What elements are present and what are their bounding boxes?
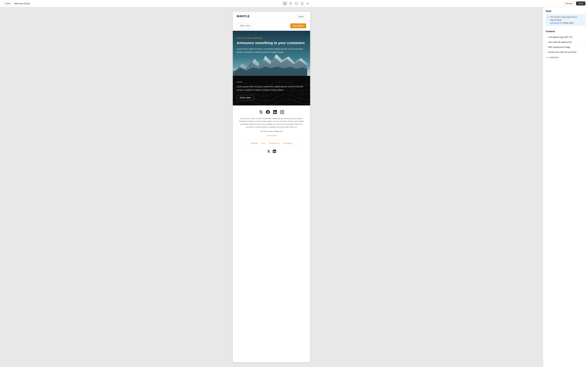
drag-handle-1[interactable]: ⠿	[583, 41, 585, 43]
content-panel-title: Content	[546, 30, 585, 33]
chevron-right-icon-0: ›	[546, 36, 547, 38]
content-item-label-2: With background image	[548, 46, 570, 48]
info-text: This email is using styles from a shared…	[550, 16, 583, 24]
style-section: Style ℹ This email is using styles from …	[543, 7, 588, 27]
tablet-portrait-icon	[289, 2, 292, 5]
facebook-icon[interactable]	[266, 110, 270, 114]
content-section: Content › Left-aligned logo with CTA ⠿ ›…	[543, 27, 588, 63]
topbar: ‹ Back Welcome Email Discard Save	[0, 0, 588, 7]
dark-button[interactable]: Button label	[237, 95, 254, 100]
topbar-right: Discard Save	[563, 1, 585, 6]
dark-content: TEXT Lorem ipsum dolor sit amet, consect…	[237, 81, 306, 100]
svg-point-4	[302, 4, 302, 5]
hero-section: THIS IS A PRE-HEADING Announce something…	[233, 31, 310, 76]
hero-content: THIS IS A PRE-HEADING Announce something…	[233, 31, 310, 58]
content-item-social-icons[interactable]: › Social icons with text and links ⠿	[546, 50, 585, 55]
email-login-button[interactable]: Log in	[296, 14, 306, 18]
unsubscribe-link[interactable]: Unsubscribe	[266, 134, 277, 137]
add-logo-button[interactable]: ADD LOGO	[237, 23, 254, 28]
hero-body-text: Lorem ipsum dolor sit amet, consectetur …	[237, 47, 306, 54]
add-block-row[interactable]: ⊕ Add block	[546, 55, 585, 60]
tablet-landscape-view-button[interactable]	[294, 1, 299, 6]
social-section: Lorem ipsum dolor sit amet, consectetur …	[233, 105, 310, 139]
bottom-twitter-icon[interactable]	[267, 150, 270, 153]
footer-link-changelog[interactable]: Changelog	[283, 142, 292, 144]
view-controls	[282, 1, 310, 6]
save-button[interactable]: Save	[576, 1, 585, 6]
tablet-landscape-icon	[295, 2, 298, 5]
tablet-portrait-view-button[interactable]	[288, 1, 293, 6]
footer-links: Website Docs Components Changelog	[233, 139, 310, 147]
social-icons-row	[237, 110, 306, 114]
email-brand: MANTLE	[237, 15, 250, 18]
drag-handle-0[interactable]: ⠿	[583, 36, 585, 38]
drag-handle-3[interactable]: ⠿	[583, 51, 585, 53]
content-item-label-0: Left-aligned logo with CTA	[548, 36, 573, 38]
svg-rect-0	[284, 3, 286, 4]
footer-link-website[interactable]: Website	[251, 142, 258, 144]
hero-heading: Announce something to your customers	[237, 41, 306, 45]
desktop-view-button[interactable]	[282, 1, 287, 6]
content-item-hero[interactable]: › Hero with left-aligned text ⠿	[546, 40, 585, 45]
mobile-icon	[301, 2, 303, 5]
email-nav: MANTLE Log in	[233, 12, 310, 21]
content-item-label-3: Social icons with text and links	[548, 51, 577, 53]
get-started-button[interactable]: Get started	[290, 23, 306, 28]
bottom-social-row	[233, 147, 310, 156]
bottom-linkedin-icon[interactable]	[273, 150, 276, 153]
add-block-icon: ⊕	[546, 56, 548, 59]
drag-handle-2[interactable]: ⠿	[583, 46, 585, 48]
social-address: 123 Fake Street, Ottawa ON	[237, 130, 306, 132]
dark-body-text: Lorem ipsum dolor sit amet, consectetur …	[237, 85, 306, 92]
dark-label: TEXT	[237, 81, 306, 83]
discard-button[interactable]: Discard	[563, 1, 575, 6]
chevron-right-icon-2: ›	[546, 46, 547, 48]
code-icon	[306, 2, 309, 5]
svg-rect-2	[295, 3, 298, 4]
edit-layout-link[interactable]: Edit layout	[550, 22, 559, 24]
add-block-label: Add block	[550, 56, 559, 58]
mobile-view-button[interactable]	[300, 1, 304, 6]
canvas-area: MANTLE Log in ADD LOGO Get started	[0, 7, 543, 367]
main: MANTLE Log in ADD LOGO Get started	[0, 7, 588, 367]
social-body-text: Lorem ipsum dolor sit amet, consectetur …	[237, 117, 306, 128]
email-preview: MANTLE Log in ADD LOGO Get started	[233, 12, 310, 362]
footer-link-docs[interactable]: Docs	[261, 142, 265, 144]
back-arrow-icon: ‹	[4, 2, 5, 5]
back-label: Back	[6, 2, 10, 5]
chevron-right-icon-1: ›	[546, 41, 547, 43]
style-info-box: ℹ This email is using styles from a shar…	[546, 14, 585, 26]
style-panel-title: Style	[546, 10, 585, 12]
back-button[interactable]: ‹ Back	[3, 1, 12, 6]
content-item-background-image[interactable]: › With background image ⠿	[546, 45, 585, 50]
dark-section: TEXT Lorem ipsum dolor sit amet, consect…	[233, 76, 310, 105]
add-logo-row: ADD LOGO Get started	[233, 21, 310, 31]
svg-rect-1	[290, 2, 291, 5]
topbar-left: ‹ Back Welcome Email	[3, 1, 30, 6]
instagram-icon[interactable]	[280, 110, 284, 114]
chevron-right-icon-3: ›	[546, 51, 547, 53]
content-item-label-1: Hero with left-aligned text	[548, 41, 572, 43]
footer-link-components[interactable]: Components	[269, 142, 279, 144]
pre-heading: THIS IS A PRE-HEADING	[237, 37, 306, 39]
linkedin-icon[interactable]	[273, 110, 277, 114]
twitter-icon[interactable]	[259, 110, 263, 114]
code-view-button[interactable]	[305, 1, 310, 6]
page-title: Welcome Email	[14, 2, 30, 5]
info-icon: ℹ	[548, 16, 548, 18]
desktop-icon	[284, 2, 286, 5]
right-panel: Style ℹ This email is using styles from …	[543, 7, 588, 367]
content-item-logo-cta[interactable]: › Left-aligned logo with CTA ⠿	[546, 35, 585, 40]
